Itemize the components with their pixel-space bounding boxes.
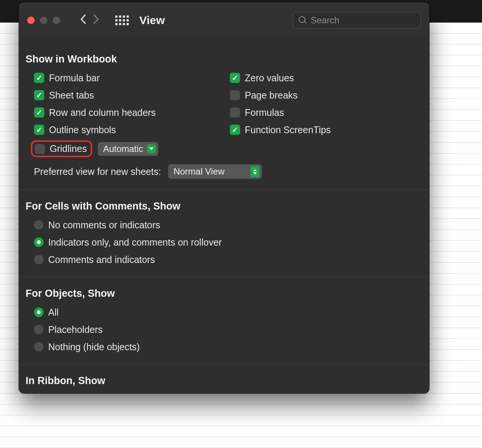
label-formulas: Formulas [245, 107, 284, 118]
divider [19, 277, 429, 277]
show-all-button[interactable] [115, 15, 129, 25]
radio-objects-placeholders[interactable] [34, 325, 44, 334]
divider [19, 190, 429, 190]
checkbox-outline-symbols[interactable] [34, 125, 44, 135]
dropdown-gridlines-color-value: Automatic [103, 144, 143, 154]
highlight-gridlines: Gridlines [31, 140, 92, 157]
search-placeholder: Search [311, 15, 339, 26]
section-comments-title: For Cells with Comments, Show [26, 200, 423, 212]
label-objects-placeholders: Placeholders [48, 324, 103, 335]
chevron-left-icon [80, 14, 87, 24]
radio-no-comments[interactable] [34, 220, 44, 230]
checkbox-formulas[interactable] [230, 107, 240, 118]
chevron-right-icon [93, 14, 99, 24]
radio-indicators-only[interactable] [34, 237, 44, 247]
label-page-breaks: Page breaks [245, 90, 297, 101]
label-function-screentips: Function ScreenTips [245, 125, 331, 135]
close-window-button[interactable] [27, 17, 35, 24]
search-input[interactable]: Search [293, 12, 421, 29]
radio-comments-and-indicators[interactable] [34, 255, 44, 264]
grid-icon [115, 15, 129, 18]
label-sheet-tabs: Sheet tabs [49, 90, 94, 101]
checkbox-zero-values[interactable] [230, 73, 240, 83]
window-controls [27, 17, 60, 24]
checkbox-formula-bar[interactable] [34, 73, 44, 83]
minimize-window-button[interactable] [40, 17, 47, 24]
content: Show in Workbook Formula bar Sheet tabs … [19, 38, 429, 393]
page-title: View [139, 14, 165, 27]
label-no-comments: No comments or indicators [48, 220, 160, 231]
label-objects-nothing: Nothing (hide objects) [48, 342, 140, 352]
dropdown-gridlines-color[interactable]: Automatic [98, 142, 159, 156]
checkbox-function-screentips[interactable] [230, 125, 240, 135]
checkbox-row-column-headers[interactable] [34, 107, 44, 118]
forward-button[interactable] [90, 14, 102, 27]
zoom-window-button[interactable] [53, 17, 60, 24]
checkbox-sheet-tabs[interactable] [34, 90, 44, 100]
back-button[interactable] [77, 14, 90, 27]
section-ribbon-title: In Ribbon, Show [26, 375, 423, 387]
label-row-column-headers: Row and column headers [49, 107, 156, 118]
radio-objects-nothing[interactable] [34, 342, 44, 352]
select-preferred-view[interactable]: Normal View [168, 164, 262, 179]
preferred-view-label: Preferred view for new sheets: [34, 166, 161, 177]
section-objects-title: For Objects, Show [26, 288, 423, 299]
search-icon [299, 16, 307, 24]
checkbox-gridlines[interactable] [35, 144, 45, 154]
preferences-window: View Search Show in Workbook Formula bar… [19, 2, 429, 393]
label-formula-bar: Formula bar [49, 73, 100, 84]
stepper-icon [250, 166, 259, 177]
label-zero-values: Zero values [245, 73, 294, 84]
label-comments-and-indicators: Comments and indicators [48, 254, 155, 265]
checkbox-page-breaks[interactable] [230, 90, 240, 100]
divider [19, 364, 429, 364]
section-show-in-workbook-title: Show in Workbook [26, 53, 423, 65]
radio-objects-all[interactable] [34, 307, 44, 317]
select-preferred-view-value: Normal View [174, 166, 225, 177]
label-objects-all: All [48, 307, 59, 318]
label-outline-symbols: Outline symbols [49, 125, 116, 135]
chevron-down-icon [147, 144, 156, 153]
label-gridlines: Gridlines [50, 143, 87, 154]
toolbar: View Search [19, 2, 429, 38]
label-indicators-only: Indicators only, and comments on rollove… [48, 237, 222, 248]
